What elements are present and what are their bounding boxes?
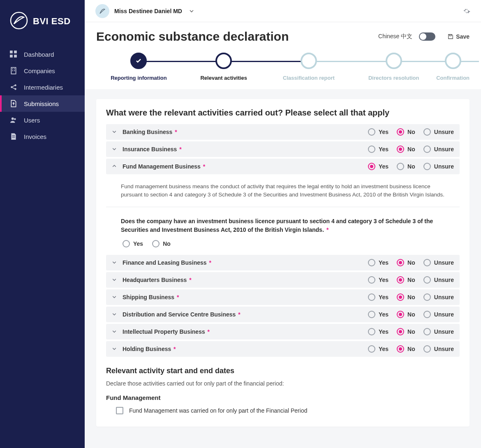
nav-label: Users bbox=[24, 117, 40, 124]
chevron-down-icon bbox=[112, 129, 117, 134]
svg-rect-6 bbox=[12, 68, 13, 69]
activity-label: Holding Business * bbox=[123, 346, 368, 352]
nav-dashboard[interactable]: Dashboard bbox=[0, 46, 85, 62]
nav-intermediaries[interactable]: Intermediaries bbox=[0, 79, 85, 95]
radio-unsure[interactable]: Unsure bbox=[423, 259, 454, 266]
step-reporting[interactable]: Reporting information bbox=[96, 53, 181, 81]
check-icon bbox=[135, 58, 142, 64]
radio-unsure[interactable]: Unsure bbox=[423, 311, 454, 318]
partial-period-label: Fund Management was carried on for only … bbox=[129, 407, 307, 414]
activity-row[interactable]: Fund Management Business * Yes No Unsure bbox=[106, 159, 460, 174]
radio-yes[interactable]: Yes bbox=[368, 163, 388, 170]
radio-no[interactable]: No bbox=[397, 293, 415, 301]
chevron-down-icon bbox=[112, 260, 117, 265]
svg-point-13 bbox=[12, 118, 14, 120]
chevron-down-icon bbox=[112, 312, 117, 317]
activity-label: Insurance Business * bbox=[123, 146, 368, 152]
radio-group: Yes No Unsure bbox=[368, 259, 454, 266]
radio-yes[interactable]: Yes bbox=[368, 345, 388, 353]
stepper: Reporting information Relevant activitie… bbox=[96, 53, 469, 81]
svg-rect-1 bbox=[10, 51, 13, 53]
nav-label: Companies bbox=[24, 67, 55, 74]
activity-label: Headquarters Business * bbox=[123, 277, 368, 283]
language-toggle[interactable] bbox=[419, 32, 435, 41]
radio-yes[interactable]: Yes bbox=[368, 293, 388, 301]
sidebar-nav: Dashboard Companies Intermediaries Submi… bbox=[0, 46, 85, 145]
radio-yes[interactable]: Yes bbox=[368, 259, 388, 266]
chevron-down-icon[interactable] bbox=[190, 9, 194, 13]
avatar[interactable] bbox=[95, 4, 109, 18]
activity-row[interactable]: Intellectual Property Business * Yes No … bbox=[106, 324, 460, 339]
nav-users[interactable]: Users bbox=[0, 112, 85, 128]
nav-label: Dashboard bbox=[24, 51, 54, 58]
step-label: Classification report bbox=[283, 75, 335, 81]
step-label: Relevant activities bbox=[200, 75, 247, 81]
nav-label: Invoices bbox=[24, 133, 46, 140]
activity-row[interactable]: Distribution and Service Centre Business… bbox=[106, 307, 460, 322]
radio-no[interactable]: No bbox=[152, 240, 171, 247]
svg-rect-3 bbox=[10, 55, 13, 58]
file-upload-icon bbox=[10, 100, 17, 107]
brand: BVI ESD bbox=[0, 0, 85, 46]
radio-unsure[interactable]: Unsure bbox=[423, 128, 454, 136]
chevron-down-icon bbox=[112, 346, 117, 351]
radio-yes[interactable]: Yes bbox=[123, 240, 143, 247]
radio-unsure[interactable]: Unsure bbox=[423, 293, 454, 301]
activity-row[interactable]: Headquarters Business * Yes No Unsure bbox=[106, 272, 460, 288]
radio-group: Yes No Unsure bbox=[368, 328, 454, 335]
nav-invoices[interactable]: Invoices bbox=[0, 128, 85, 145]
activity-row[interactable]: Banking Business * Yes No Unsure bbox=[106, 124, 460, 140]
chevron-down-icon bbox=[112, 147, 117, 152]
radio-no[interactable]: No bbox=[397, 311, 415, 318]
partial-period-checkbox[interactable] bbox=[116, 407, 123, 414]
partial-period-row[interactable]: Fund Management was carried on for only … bbox=[116, 407, 460, 414]
radio-unsure[interactable]: Unsure bbox=[423, 345, 454, 353]
radio-no[interactable]: No bbox=[397, 163, 415, 170]
radio-unsure[interactable]: Unsure bbox=[423, 163, 454, 170]
svg-rect-15 bbox=[12, 136, 15, 136]
nav-submissions[interactable]: Submissions bbox=[0, 95, 85, 112]
brand-logo-icon bbox=[10, 12, 28, 31]
svg-rect-16 bbox=[12, 137, 15, 137]
radio-unsure[interactable]: Unsure bbox=[423, 328, 454, 335]
chevron-down-icon bbox=[112, 329, 117, 334]
radio-group: Yes No Unsure bbox=[368, 128, 454, 136]
nav-companies[interactable]: Companies bbox=[0, 62, 85, 79]
svg-rect-7 bbox=[14, 68, 15, 69]
nav-label: Intermediaries bbox=[24, 84, 63, 91]
activity-row[interactable]: Shipping Business * Yes No Unsure bbox=[106, 289, 460, 305]
page-title: Economic substance declaration bbox=[96, 30, 372, 44]
chevron-up-icon bbox=[112, 164, 117, 169]
step-directors[interactable]: Directors resolution bbox=[351, 53, 436, 81]
svg-rect-17 bbox=[450, 35, 451, 36]
radio-yes[interactable]: Yes bbox=[368, 311, 388, 318]
step-activities[interactable]: Relevant activities bbox=[181, 53, 266, 81]
save-button[interactable]: Save bbox=[448, 33, 469, 40]
dates-section-title: Relevant activity start and end dates bbox=[106, 367, 460, 375]
radio-no[interactable]: No bbox=[397, 328, 415, 335]
radio-unsure[interactable]: Unsure bbox=[423, 276, 454, 284]
title-row: Economic substance declaration Chinese 中… bbox=[96, 30, 469, 44]
users-icon bbox=[10, 116, 17, 124]
radio-no[interactable]: No bbox=[397, 145, 415, 153]
activity-row[interactable]: Insurance Business * Yes No Unsure bbox=[106, 141, 460, 157]
sidebar: BVI ESD Dashboard Companies Intermediari… bbox=[0, 0, 85, 448]
step-classification[interactable]: Classification report bbox=[266, 53, 352, 81]
radio-no[interactable]: No bbox=[397, 276, 415, 284]
gear-icon[interactable] bbox=[463, 7, 470, 15]
radio-no[interactable]: No bbox=[397, 345, 415, 353]
radio-no[interactable]: No bbox=[397, 259, 415, 266]
activity-row[interactable]: Finance and Leasing Business * Yes No Un… bbox=[106, 255, 460, 270]
step-label: Directors resolution bbox=[368, 75, 419, 81]
radio-yes[interactable]: Yes bbox=[368, 276, 388, 284]
step-confirmation[interactable]: Confirmation bbox=[436, 53, 469, 81]
radio-yes[interactable]: Yes bbox=[368, 128, 388, 136]
radio-unsure[interactable]: Unsure bbox=[423, 145, 454, 153]
activity-row[interactable]: Holding Business * Yes No Unsure bbox=[106, 341, 460, 357]
chevron-down-icon bbox=[112, 277, 117, 282]
svg-rect-9 bbox=[14, 70, 15, 71]
building-icon bbox=[10, 67, 17, 74]
radio-yes[interactable]: Yes bbox=[368, 328, 388, 335]
radio-no[interactable]: No bbox=[397, 128, 415, 136]
radio-yes[interactable]: Yes bbox=[368, 145, 388, 153]
